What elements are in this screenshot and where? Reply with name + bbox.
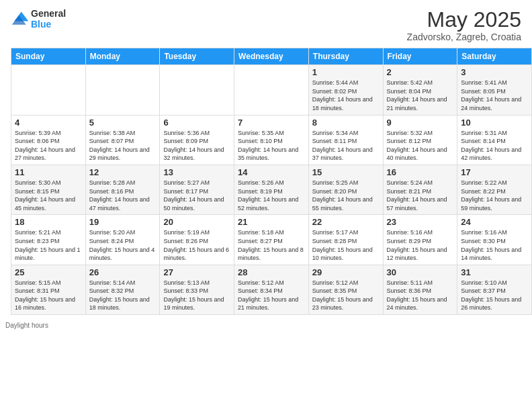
day-number: 16 xyxy=(387,167,454,177)
day-info: Sunrise: 5:17 AMSunset: 8:28 PMDaylight:… xyxy=(312,228,380,262)
calendar-cell: 9Sunrise: 5:32 AMSunset: 8:12 PMDaylight… xyxy=(383,115,457,165)
calendar-cell: 22Sunrise: 5:17 AMSunset: 8:28 PMDayligh… xyxy=(308,215,383,265)
day-info: Sunrise: 5:16 AMSunset: 8:29 PMDaylight:… xyxy=(387,228,454,262)
calendar-col-header-saturday: Saturday xyxy=(457,48,532,65)
day-info: Sunrise: 5:31 AMSunset: 8:14 PMDaylight:… xyxy=(461,129,528,163)
calendar-cell xyxy=(160,65,234,115)
day-number: 8 xyxy=(312,118,380,128)
calendar-cell: 2Sunrise: 5:42 AMSunset: 8:04 PMDaylight… xyxy=(383,65,457,115)
calendar-cell: 15Sunrise: 5:25 AMSunset: 8:20 PMDayligh… xyxy=(308,165,383,214)
calendar-week-row: 18Sunrise: 5:21 AMSunset: 8:23 PMDayligh… xyxy=(11,215,532,265)
calendar-cell: 31Sunrise: 5:10 AMSunset: 8:37 PMDayligh… xyxy=(457,265,532,314)
day-number: 10 xyxy=(461,118,528,128)
day-info: Sunrise: 5:26 AMSunset: 8:19 PMDaylight:… xyxy=(238,179,305,212)
calendar-cell xyxy=(234,65,309,115)
day-number: 27 xyxy=(163,267,230,277)
day-number: 3 xyxy=(461,67,528,77)
logo-icon xyxy=(11,9,30,28)
day-info: Sunrise: 5:21 AMSunset: 8:23 PMDaylight:… xyxy=(15,228,82,262)
day-info: Sunrise: 5:27 AMSunset: 8:17 PMDaylight:… xyxy=(163,179,230,212)
day-number: 15 xyxy=(312,167,380,177)
day-info: Sunrise: 5:22 AMSunset: 8:22 PMDaylight:… xyxy=(461,179,528,212)
calendar-cell: 11Sunrise: 5:30 AMSunset: 8:15 PMDayligh… xyxy=(11,165,86,214)
day-number: 9 xyxy=(387,118,454,128)
day-info: Sunrise: 5:36 AMSunset: 8:09 PMDaylight:… xyxy=(163,129,230,163)
day-info: Sunrise: 5:32 AMSunset: 8:12 PMDaylight:… xyxy=(387,129,454,163)
day-info: Sunrise: 5:35 AMSunset: 8:10 PMDaylight:… xyxy=(238,129,305,163)
calendar-cell: 23Sunrise: 5:16 AMSunset: 8:29 PMDayligh… xyxy=(383,215,457,265)
calendar-cell: 10Sunrise: 5:31 AMSunset: 8:14 PMDayligh… xyxy=(457,115,532,165)
day-info: Sunrise: 5:38 AMSunset: 8:07 PMDaylight:… xyxy=(89,129,157,163)
day-number: 26 xyxy=(89,267,157,277)
day-number: 13 xyxy=(163,167,230,177)
day-info: Sunrise: 5:16 AMSunset: 8:30 PMDaylight:… xyxy=(461,228,528,262)
logo-general-text: General xyxy=(31,8,66,19)
day-number: 22 xyxy=(312,217,380,227)
month-title: May 2025 xyxy=(407,8,521,32)
day-info: Sunrise: 5:12 AMSunset: 8:35 PMDaylight:… xyxy=(312,279,380,312)
calendar-cell: 21Sunrise: 5:18 AMSunset: 8:27 PMDayligh… xyxy=(234,215,309,265)
calendar-cell: 13Sunrise: 5:27 AMSunset: 8:17 PMDayligh… xyxy=(160,165,234,214)
day-info: Sunrise: 5:12 AMSunset: 8:34 PMDaylight:… xyxy=(238,279,305,312)
calendar-week-row: 1Sunrise: 5:44 AMSunset: 8:02 PMDaylight… xyxy=(11,65,532,115)
calendar-col-header-tuesday: Tuesday xyxy=(160,48,234,65)
calendar-cell: 19Sunrise: 5:20 AMSunset: 8:24 PMDayligh… xyxy=(85,215,160,265)
day-number: 30 xyxy=(387,267,454,277)
logo-blue-text: Blue xyxy=(31,19,66,30)
calendar-cell: 27Sunrise: 5:13 AMSunset: 8:33 PMDayligh… xyxy=(160,265,234,314)
day-info: Sunrise: 5:30 AMSunset: 8:15 PMDaylight:… xyxy=(15,179,82,212)
calendar-cell: 1Sunrise: 5:44 AMSunset: 8:02 PMDaylight… xyxy=(308,65,383,115)
day-number: 18 xyxy=(15,217,82,227)
location-title: Zadvorsko, Zagreb, Croatia xyxy=(407,32,521,42)
calendar-cell: 25Sunrise: 5:15 AMSunset: 8:31 PMDayligh… xyxy=(11,265,86,314)
calendar-cell: 26Sunrise: 5:14 AMSunset: 8:32 PMDayligh… xyxy=(85,265,160,314)
calendar-cell: 29Sunrise: 5:12 AMSunset: 8:35 PMDayligh… xyxy=(308,265,383,314)
calendar-cell: 20Sunrise: 5:19 AMSunset: 8:26 PMDayligh… xyxy=(160,215,234,265)
daylight-label: Daylight hours xyxy=(5,322,48,329)
calendar-col-header-thursday: Thursday xyxy=(308,48,383,65)
calendar-cell: 12Sunrise: 5:28 AMSunset: 8:16 PMDayligh… xyxy=(85,165,160,214)
calendar-cell: 7Sunrise: 5:35 AMSunset: 8:10 PMDaylight… xyxy=(234,115,309,165)
day-info: Sunrise: 5:10 AMSunset: 8:37 PMDaylight:… xyxy=(461,279,528,312)
day-info: Sunrise: 5:13 AMSunset: 8:33 PMDaylight:… xyxy=(163,279,230,312)
calendar-col-header-monday: Monday xyxy=(85,48,160,65)
day-number: 14 xyxy=(238,167,305,177)
day-number: 2 xyxy=(387,67,454,77)
calendar-cell: 28Sunrise: 5:12 AMSunset: 8:34 PMDayligh… xyxy=(234,265,309,314)
day-number: 23 xyxy=(387,217,454,227)
day-number: 19 xyxy=(89,217,157,227)
day-number: 25 xyxy=(15,267,82,277)
day-number: 6 xyxy=(163,118,230,128)
day-info: Sunrise: 5:18 AMSunset: 8:27 PMDaylight:… xyxy=(238,228,305,262)
calendar-col-header-friday: Friday xyxy=(383,48,457,65)
day-number: 28 xyxy=(238,267,305,277)
calendar-week-row: 11Sunrise: 5:30 AMSunset: 8:15 PMDayligh… xyxy=(11,165,532,214)
day-info: Sunrise: 5:25 AMSunset: 8:20 PMDaylight:… xyxy=(312,179,380,212)
calendar-col-header-sunday: Sunday xyxy=(11,48,86,65)
calendar-cell: 6Sunrise: 5:36 AMSunset: 8:09 PMDaylight… xyxy=(160,115,234,165)
page-header: General Blue May 2025 Zadvorsko, Zagreb,… xyxy=(0,0,532,48)
calendar-cell: 16Sunrise: 5:24 AMSunset: 8:21 PMDayligh… xyxy=(383,165,457,214)
calendar-cell: 8Sunrise: 5:34 AMSunset: 8:11 PMDaylight… xyxy=(308,115,383,165)
calendar-header-row: SundayMondayTuesdayWednesdayThursdayFrid… xyxy=(11,48,532,65)
day-number: 12 xyxy=(89,167,157,177)
day-number: 29 xyxy=(312,267,380,277)
day-info: Sunrise: 5:34 AMSunset: 8:11 PMDaylight:… xyxy=(312,129,380,163)
day-number: 20 xyxy=(163,217,230,227)
calendar-week-row: 25Sunrise: 5:15 AMSunset: 8:31 PMDayligh… xyxy=(11,265,532,314)
calendar-week-row: 4Sunrise: 5:39 AMSunset: 8:06 PMDaylight… xyxy=(11,115,532,165)
day-info: Sunrise: 5:11 AMSunset: 8:36 PMDaylight:… xyxy=(387,279,454,312)
day-info: Sunrise: 5:20 AMSunset: 8:24 PMDaylight:… xyxy=(89,228,157,262)
day-info: Sunrise: 5:19 AMSunset: 8:26 PMDaylight:… xyxy=(163,228,230,262)
calendar-cell xyxy=(85,65,160,115)
day-info: Sunrise: 5:14 AMSunset: 8:32 PMDaylight:… xyxy=(89,279,157,312)
day-number: 11 xyxy=(15,167,82,177)
logo: General Blue xyxy=(11,8,66,30)
day-number: 24 xyxy=(461,217,528,227)
calendar-cell: 5Sunrise: 5:38 AMSunset: 8:07 PMDaylight… xyxy=(85,115,160,165)
calendar-cell: 3Sunrise: 5:41 AMSunset: 8:05 PMDaylight… xyxy=(457,65,532,115)
day-info: Sunrise: 5:41 AMSunset: 8:05 PMDaylight:… xyxy=(461,79,528,112)
day-info: Sunrise: 5:39 AMSunset: 8:06 PMDaylight:… xyxy=(15,129,82,163)
calendar-wrapper: SundayMondayTuesdayWednesdayThursdayFrid… xyxy=(0,48,532,319)
calendar-cell: 17Sunrise: 5:22 AMSunset: 8:22 PMDayligh… xyxy=(457,165,532,214)
